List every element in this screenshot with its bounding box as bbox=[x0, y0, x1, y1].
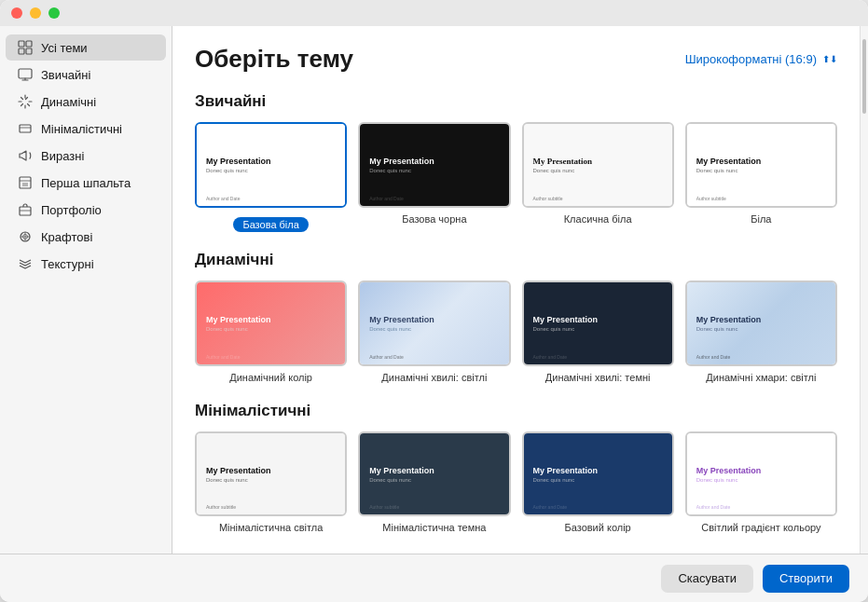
theme-white-label: Біла bbox=[751, 213, 771, 225]
theme-base-color[interactable]: My Presentation Donec quis nunc Author a… bbox=[522, 431, 674, 534]
create-button[interactable]: Створити bbox=[763, 565, 849, 593]
main-layout: Усі теми Звичайні Динам bbox=[0, 26, 868, 554]
main-window: Усі теми Звичайні Динам bbox=[0, 0, 868, 602]
sidebar-item-kraft[interactable]: Крафтові bbox=[6, 224, 166, 250]
footer: Скасувати Створити bbox=[0, 554, 868, 602]
sidebar-item-dynamic[interactable]: Динамічні bbox=[6, 89, 166, 115]
theme-white-thumbnail: My Presentation Donec quis nunc Author s… bbox=[685, 122, 837, 208]
theme-basic-black-thumbnail: My Presentation Donec quis nunc Author a… bbox=[358, 122, 510, 208]
theme-minimal-dark[interactable]: My Presentation Donec quis nunc Author s… bbox=[358, 431, 510, 534]
theme-dynamic-waves-dark[interactable]: My Presentation Donec quis nunc Author a… bbox=[522, 280, 674, 383]
thumb-subtitle: Donec quis nunc bbox=[696, 326, 826, 332]
close-button[interactable] bbox=[11, 7, 22, 19]
format-chevron-icon: ⬆⬇ bbox=[822, 54, 837, 64]
theme-dynamic-color-label: Динамічний колір bbox=[229, 372, 312, 383]
sidebar-item-expressive-label: Виразні bbox=[41, 149, 84, 163]
theme-basic-black[interactable]: My Presentation Donec quis nunc Author a… bbox=[358, 122, 510, 232]
thumb-subtitle: Donec quis nunc bbox=[533, 168, 663, 173]
theme-dynamic-color[interactable]: My Presentation Donec quis nunc Author a… bbox=[195, 280, 347, 383]
theme-minimal-light[interactable]: My Presentation Donec quis nunc Author s… bbox=[195, 431, 347, 534]
theme-dynamic-clouds-light-thumbnail: My Presentation Donec quis nunc Author a… bbox=[685, 280, 837, 366]
theme-classic-white[interactable]: My Presentation Donec quis nunc Author s… bbox=[522, 122, 674, 232]
scroll-thumb bbox=[862, 39, 866, 114]
thumb-title: My Presentation bbox=[696, 157, 826, 166]
theme-gradient-color-thumbnail: My Presentation Donec quis nunc Author a… bbox=[685, 431, 837, 517]
scrollbar[interactable] bbox=[860, 26, 868, 554]
theme-base-color-label: Базовий колір bbox=[565, 522, 631, 533]
sidebar-item-minimalist[interactable]: Мінімалістичні bbox=[6, 116, 166, 142]
svg-rect-5 bbox=[20, 125, 31, 132]
content-header: Оберіть тему Широкоформатні (16:9) ⬆⬇ bbox=[195, 45, 837, 74]
minimize-button[interactable] bbox=[30, 7, 41, 19]
sparkle-icon bbox=[17, 93, 34, 110]
sidebar-item-textured-label: Текстурні bbox=[41, 257, 94, 271]
newspaper-icon bbox=[17, 174, 34, 191]
sidebar-item-textured[interactable]: Текстурні bbox=[6, 251, 166, 277]
thumb-title: My Presentation bbox=[369, 315, 499, 324]
maximize-button[interactable] bbox=[48, 7, 60, 19]
theme-gradient-color[interactable]: My Presentation Donec quis nunc Author a… bbox=[685, 431, 837, 534]
theme-minimal-dark-thumbnail: My Presentation Donec quis nunc Author s… bbox=[358, 431, 510, 517]
theme-dynamic-waves-light-label: Динамічні хвилі: світлі bbox=[381, 372, 487, 383]
minimalist-themes-grid: My Presentation Donec quis nunc Author s… bbox=[195, 431, 837, 534]
sidebar: Усі теми Звичайні Динам bbox=[0, 26, 172, 554]
section-dynamic: Динамічні My Presentation Donec quis nun… bbox=[195, 251, 837, 383]
thumb-subtitle: Donec quis nunc bbox=[533, 326, 663, 332]
theme-base-color-thumbnail: My Presentation Donec quis nunc Author a… bbox=[522, 431, 674, 517]
thumb-title: My Presentation bbox=[206, 466, 336, 475]
sidebar-item-kraft-label: Крафтові bbox=[41, 230, 92, 244]
thumb-subtitle: Donec quis nunc bbox=[206, 168, 336, 173]
svg-rect-4 bbox=[19, 69, 32, 78]
theme-minimal-light-label: Мінімалістична світла bbox=[219, 522, 323, 533]
theme-dynamic-waves-light-thumbnail: My Presentation Donec quis nunc Author a… bbox=[358, 280, 510, 366]
display-icon bbox=[17, 66, 34, 83]
svg-rect-0 bbox=[19, 41, 24, 47]
thumb-subtitle: Donec quis nunc bbox=[369, 477, 499, 483]
format-selector[interactable]: Широкоформатні (16:9) ⬆⬇ bbox=[685, 52, 837, 66]
sidebar-item-dynamic-label: Динамічні bbox=[41, 95, 96, 109]
sidebar-item-minimalist-label: Мінімалістичні bbox=[41, 122, 122, 136]
section-minimalist-title: Мінімалістичні bbox=[195, 402, 837, 420]
theme-basic-white[interactable]: My Presentation Donec quis nunc Author a… bbox=[195, 122, 347, 232]
thumb-subtitle: Donec quis nunc bbox=[369, 326, 499, 332]
content-area: Оберіть тему Широкоформатні (16:9) ⬆⬇ Зв… bbox=[172, 26, 860, 554]
standard-themes-grid: My Presentation Donec quis nunc Author a… bbox=[195, 122, 837, 232]
thumb-title: My Presentation bbox=[206, 157, 336, 166]
theme-gradient-color-label: Світлий градієнт кольору bbox=[701, 522, 820, 533]
theme-dynamic-waves-dark-thumbnail: My Presentation Donec quis nunc Author a… bbox=[522, 280, 674, 366]
theme-basic-black-label: Базова чорна bbox=[402, 213, 466, 225]
briefcase-icon bbox=[17, 201, 34, 218]
thumb-subtitle: Donec quis nunc bbox=[206, 477, 336, 483]
thumb-subtitle: Donec quis nunc bbox=[696, 168, 826, 173]
sidebar-item-all[interactable]: Усі теми bbox=[6, 34, 166, 61]
section-dynamic-title: Динамічні bbox=[195, 251, 837, 269]
theme-basic-white-badge: Базова біла bbox=[233, 217, 308, 232]
theme-white[interactable]: My Presentation Donec quis nunc Author s… bbox=[685, 122, 837, 232]
thumb-title: My Presentation bbox=[696, 466, 826, 475]
thumb-subtitle: Donec quis nunc bbox=[206, 326, 336, 332]
theme-minimal-light-thumbnail: My Presentation Donec quis nunc Author s… bbox=[195, 431, 347, 517]
section-standard-title: Звичайні bbox=[195, 92, 837, 111]
square-icon bbox=[17, 120, 34, 137]
cancel-button[interactable]: Скасувати bbox=[661, 565, 753, 593]
thumb-subtitle: Donec quis nunc bbox=[696, 477, 826, 483]
sidebar-item-standard[interactable]: Звичайні bbox=[6, 62, 166, 88]
sidebar-item-portfolio[interactable]: Портфоліо bbox=[6, 197, 166, 223]
thumb-title: My Presentation bbox=[533, 315, 663, 324]
thumb-title: My Presentation bbox=[533, 157, 663, 166]
format-label: Широкоформатні (16:9) bbox=[685, 52, 817, 66]
theme-dynamic-waves-light[interactable]: My Presentation Donec quis nunc Author a… bbox=[358, 280, 510, 383]
theme-classic-white-thumbnail: My Presentation Donec quis nunc Author s… bbox=[522, 122, 674, 208]
svg-rect-7 bbox=[20, 177, 31, 188]
thumb-subtitle: Donec quis nunc bbox=[533, 477, 663, 483]
page-title: Оберіть тему bbox=[195, 45, 353, 74]
thumb-title: My Presentation bbox=[696, 315, 826, 324]
grid-icon bbox=[17, 39, 34, 56]
svg-rect-11 bbox=[20, 207, 31, 215]
dynamic-themes-grid: My Presentation Donec quis nunc Author a… bbox=[195, 280, 837, 383]
texture-icon bbox=[17, 228, 34, 245]
sidebar-item-expressive[interactable]: Виразні bbox=[6, 143, 166, 169]
sidebar-item-editorial[interactable]: Перша шпальта bbox=[6, 170, 166, 196]
theme-dynamic-clouds-light[interactable]: My Presentation Donec quis nunc Author a… bbox=[685, 280, 837, 383]
theme-dynamic-waves-dark-label: Динамічні хвилі: темні bbox=[545, 372, 651, 383]
